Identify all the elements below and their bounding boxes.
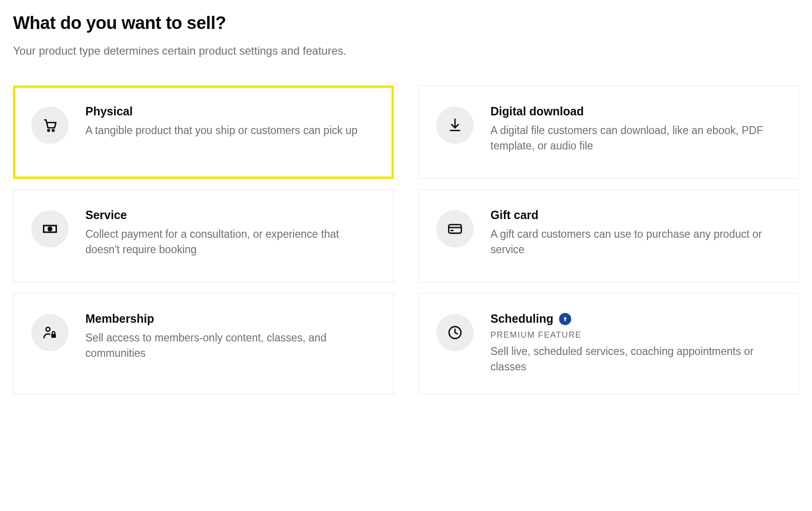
- card-service[interactable]: Service Collect payment for a consultati…: [13, 189, 394, 283]
- card-description: A tangible product that you ship or cust…: [85, 123, 376, 138]
- product-type-grid: Physical A tangible product that you shi…: [13, 85, 799, 394]
- card-scheduling[interactable]: Scheduling PREMIUM FEATURE Sell live, sc…: [418, 293, 799, 394]
- card-title: Digital download: [490, 105, 781, 118]
- card-description: Sell live, scheduled services, coaching …: [490, 344, 781, 375]
- credit-card-icon: [436, 210, 474, 248]
- clock-icon: [436, 314, 474, 351]
- card-title: Gift card: [490, 208, 781, 222]
- card-gift-card[interactable]: Gift card A gift card customers can use …: [418, 189, 799, 283]
- page-subtitle: Your product type determines certain pro…: [13, 44, 799, 57]
- premium-badge-icon: [559, 313, 571, 325]
- card-description: A digital file customers can download, l…: [490, 123, 781, 154]
- svg-rect-8: [51, 334, 56, 338]
- card-title-text: Scheduling: [490, 312, 553, 326]
- svg-point-0: [48, 129, 49, 131]
- premium-feature-label: PREMIUM FEATURE: [490, 330, 781, 340]
- svg-point-7: [46, 327, 50, 332]
- card-membership[interactable]: Membership Sell access to members-only c…: [13, 293, 394, 394]
- card-description: Collect payment for a consultation, or e…: [85, 227, 376, 258]
- card-physical[interactable]: Physical A tangible product that you shi…: [13, 85, 394, 179]
- svg-point-3: [48, 227, 51, 230]
- card-title: Service: [85, 208, 376, 222]
- card-title: Scheduling: [490, 312, 781, 326]
- cart-icon: [31, 106, 69, 144]
- page-title: What do you want to sell?: [13, 13, 799, 33]
- card-description: Sell access to members-only content, cla…: [85, 330, 376, 362]
- money-icon: [31, 210, 69, 248]
- download-icon: [436, 106, 474, 144]
- svg-rect-4: [449, 225, 462, 233]
- card-digital-download[interactable]: Digital download A digital file customer…: [418, 85, 799, 179]
- card-title: Physical: [85, 105, 376, 118]
- card-title: Membership: [85, 312, 376, 326]
- svg-point-1: [52, 129, 54, 131]
- card-description: A gift card customers can use to purchas…: [490, 227, 781, 258]
- person-lock-icon: [31, 314, 69, 351]
